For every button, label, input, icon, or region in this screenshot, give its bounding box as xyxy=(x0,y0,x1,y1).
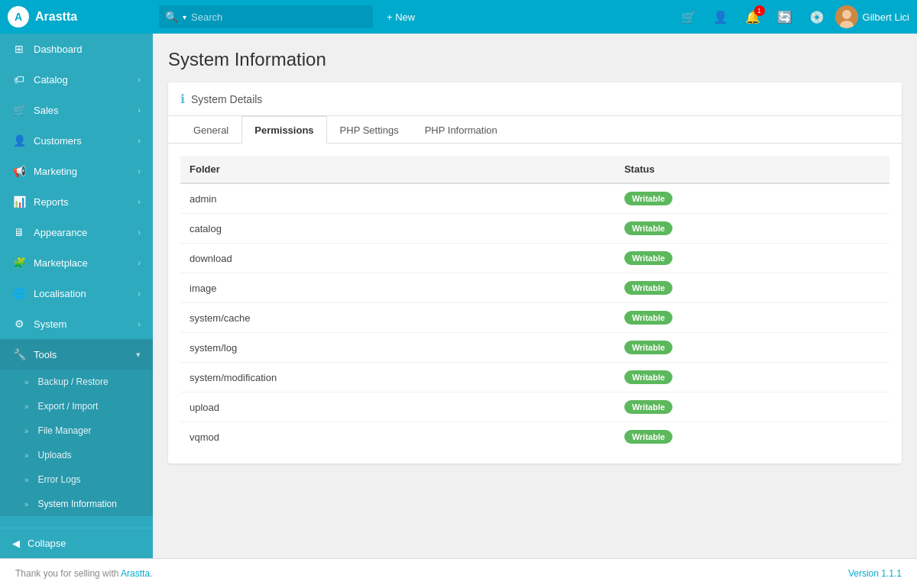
collapse-icon: ◀ xyxy=(12,538,20,549)
page-title: System Information xyxy=(168,49,902,70)
table-row: download Writable xyxy=(180,244,889,273)
footer: Thank you for selling with Arastta. Vers… xyxy=(0,558,917,588)
notification-badge: 1 xyxy=(754,5,765,16)
sidebar-item-label: System xyxy=(34,318,130,330)
table-row: vqmod Writable xyxy=(180,422,889,452)
col-folder: Folder xyxy=(180,156,615,183)
sidebar-sub-export-import[interactable]: » Export / Import xyxy=(0,394,153,418)
appearance-icon: 🖥 xyxy=(12,226,26,238)
writable-badge: Writable xyxy=(624,221,672,235)
writable-badge: Writable xyxy=(624,192,672,205)
search-dropdown-arrow[interactable]: ▾ xyxy=(183,13,186,21)
new-button[interactable]: + New xyxy=(379,8,423,27)
sub-arrow-icon: » xyxy=(24,451,29,460)
status-cell: Writable xyxy=(615,244,889,273)
folder-cell: system/modification xyxy=(180,363,615,393)
folder-cell: vqmod xyxy=(180,422,615,452)
search-box[interactable]: 🔍 ▾ xyxy=(159,5,373,28)
writable-badge: Writable xyxy=(624,251,672,265)
sidebar-sub-label: Backup / Restore xyxy=(38,376,109,387)
chevron-right-icon: › xyxy=(138,319,141,328)
sidebar-item-marketplace[interactable]: 🧩 Marketplace › xyxy=(0,247,153,278)
sidebar-item-label: Marketplace xyxy=(34,257,130,269)
sidebar-sub-uploads[interactable]: » Uploads xyxy=(0,443,153,467)
folder-cell: upload xyxy=(180,393,615,422)
status-cell: Writable xyxy=(615,183,889,214)
version-number: 1.1.1 xyxy=(881,568,902,579)
table-row: system/log Writable xyxy=(180,333,889,363)
notifications-button[interactable]: 🔔 1 xyxy=(739,7,766,27)
sidebar-item-localisation[interactable]: 🌐 Localisation › xyxy=(0,278,153,309)
tabs: General Permissions PHP Settings PHP Inf… xyxy=(168,116,902,144)
layout: ⊞ Dashboard 🏷 Catalog › 🛒 Sales › 👤 Cust… xyxy=(0,34,917,558)
card-header: ℹ System Details xyxy=(168,82,902,116)
sidebar-item-appearance[interactable]: 🖥 Appearance › xyxy=(0,217,153,247)
sidebar-sub-error-logs[interactable]: » Error Logs xyxy=(0,467,153,492)
permissions-table-container: Folder Status admin Writable catalog Wri… xyxy=(168,144,902,464)
tab-permissions[interactable]: Permissions xyxy=(241,116,326,144)
writable-badge: Writable xyxy=(624,311,672,325)
sub-arrow-icon: » xyxy=(24,427,29,435)
table-row: admin Writable xyxy=(180,183,889,214)
chevron-right-icon: › xyxy=(138,289,141,298)
sidebar-item-system[interactable]: ⚙ System › xyxy=(0,309,153,339)
status-cell: Writable xyxy=(615,393,889,422)
topbar: A Arastta 🔍 ▾ + New 🛒 👤 🔔 1 🔄 💿 G xyxy=(0,0,917,34)
avatar xyxy=(835,5,858,28)
tab-general[interactable]: General xyxy=(180,116,241,144)
sidebar-item-sales[interactable]: 🛒 Sales › xyxy=(0,95,153,125)
sidebar-sub-file-manager[interactable]: » File Manager xyxy=(0,418,153,443)
folder-cell: admin xyxy=(180,183,615,214)
sidebar-sub-label: Error Logs xyxy=(38,474,81,485)
chevron-right-icon: › xyxy=(138,136,141,145)
user-button[interactable]: 👤 xyxy=(707,7,734,27)
brand: A Arastta xyxy=(8,6,153,27)
status-cell: Writable xyxy=(615,303,889,333)
chevron-right-icon: › xyxy=(138,197,141,206)
status-cell: Writable xyxy=(615,422,889,452)
sidebar-item-label: Tools xyxy=(34,349,128,360)
sidebar-sub-system-information[interactable]: » System Information xyxy=(0,492,153,516)
help-button[interactable]: 💿 xyxy=(803,7,831,27)
footer-text: Thank you for selling with Arastta. xyxy=(15,568,152,579)
sidebar-item-label: Catalog xyxy=(34,74,130,86)
chevron-right-icon: › xyxy=(138,228,141,237)
sidebar-item-customers[interactable]: 👤 Customers › xyxy=(0,125,153,156)
sub-arrow-icon: » xyxy=(24,378,29,386)
tools-icon: 🔧 xyxy=(12,348,26,360)
info-icon: ℹ xyxy=(180,92,185,106)
sub-arrow-icon: » xyxy=(24,402,29,411)
col-status: Status xyxy=(615,156,889,183)
chevron-right-icon: › xyxy=(138,105,141,115)
refresh-button[interactable]: 🔄 xyxy=(771,7,799,27)
sales-icon: 🛒 xyxy=(12,104,26,116)
sidebar-item-reports[interactable]: 📊 Reports › xyxy=(0,186,153,217)
sidebar-sub-label: Uploads xyxy=(38,450,72,460)
dashboard-icon: ⊞ xyxy=(12,43,26,55)
tab-php-information[interactable]: PHP Information xyxy=(412,116,510,144)
table-row: system/modification Writable xyxy=(180,363,889,393)
sidebar-sub-backup-restore[interactable]: » Backup / Restore xyxy=(0,370,153,394)
sidebar-item-label: Dashboard xyxy=(34,44,141,55)
cart-button[interactable]: 🛒 xyxy=(675,7,702,27)
sidebar: ⊞ Dashboard 🏷 Catalog › 🛒 Sales › 👤 Cust… xyxy=(0,34,153,558)
sidebar-item-catalog[interactable]: 🏷 Catalog › xyxy=(0,64,153,95)
customers-icon: 👤 xyxy=(12,134,26,147)
sidebar-item-marketing[interactable]: 📢 Marketing › xyxy=(0,156,153,186)
sidebar-sub-label: File Manager xyxy=(38,425,92,436)
footer-brand-link[interactable]: Arastta xyxy=(121,568,150,579)
marketplace-icon: 🧩 xyxy=(12,257,26,269)
table-row: image Writable xyxy=(180,273,889,303)
tab-php-settings[interactable]: PHP Settings xyxy=(327,116,412,144)
sidebar-item-tools[interactable]: 🔧 Tools ▾ xyxy=(0,339,153,370)
marketing-icon: 📢 xyxy=(12,165,26,177)
table-row: upload Writable xyxy=(180,393,889,422)
sidebar-item-label: Localisation xyxy=(34,288,130,299)
sidebar-item-dashboard[interactable]: ⊞ Dashboard xyxy=(0,34,153,64)
search-input[interactable] xyxy=(191,11,367,23)
sidebar-item-label: Reports xyxy=(34,196,130,208)
sidebar-sub-label: Export / Import xyxy=(38,401,99,412)
collapse-button[interactable]: ◀ Collapse xyxy=(0,528,153,558)
sidebar-item-label: Sales xyxy=(34,105,130,116)
catalog-icon: 🏷 xyxy=(12,73,26,86)
